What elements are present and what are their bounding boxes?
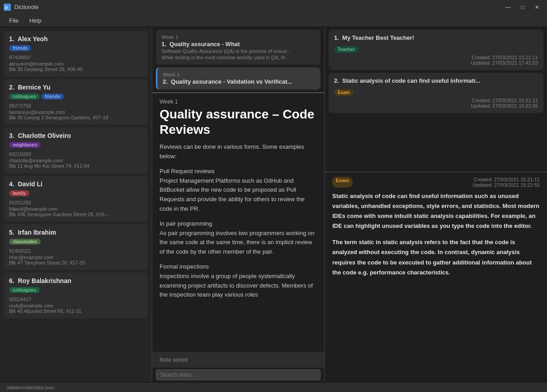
contact-card[interactable]: 6. Roy Balakrishnan colleagues 92624417 … — [4, 273, 148, 318]
right-detail-meta: Created: 27/03/2021 15:21:11 Updated: 27… — [472, 177, 540, 188]
svg-text:D: D — [5, 5, 8, 10]
contact-tag: classmates — [9, 239, 41, 245]
right-note-updated: Updated: 27/03/2021 15:22:55 — [334, 103, 538, 109]
contact-email: alexyeoh@example.com — [9, 61, 142, 66]
note-body-paragraph: In pair programmingAs pair programming i… — [160, 219, 317, 257]
middle-panel: Week 1 1. Quality assurance - What Softw… — [152, 27, 324, 382]
statusbar: .\data\contactslist.json — [0, 382, 547, 392]
contact-address: Blk 436 Serangoon Gardens Street 26, #16… — [9, 212, 142, 217]
menu-file[interactable]: File — [4, 15, 24, 26]
contact-card[interactable]: 3. Charlotte Oliveiro neighbours 9321028… — [4, 128, 148, 173]
note-body-paragraph: Reviews can be done in various forms. So… — [160, 142, 317, 161]
note-sorted-bar: Note sorted — [152, 352, 324, 368]
right-note-created: Created: 27/03/2021 15:21:11 — [334, 55, 538, 60]
active-note-week: Week 1 — [160, 99, 317, 105]
note-card-small[interactable]: Week 1 2. Quality assurance - Validation… — [156, 67, 321, 90]
contact-card[interactable]: 1. Alex Yeoh friends 87438807 alexyeoh@e… — [4, 31, 148, 76]
contact-address: Blk 47 Tampines Street 20, #17-35 — [9, 260, 142, 265]
main-content: 1. Alex Yeoh friends 87438807 alexyeoh@e… — [0, 27, 547, 382]
contact-tag: colleagues — [9, 287, 40, 293]
contact-tag: friends — [9, 45, 31, 51]
minimize-button[interactable]: — — [502, 3, 514, 12]
note-sorted-label: Note sorted — [160, 357, 188, 363]
note-body-paragraph: Pull Request reviewsProject Management P… — [160, 167, 317, 214]
contact-name: 4. David Li — [9, 180, 142, 188]
right-note-created: Created: 27/03/2021 15:21:11 — [334, 98, 538, 103]
contact-phone: 92492021 — [9, 248, 142, 254]
contact-email: berniceyu@example.com — [9, 109, 142, 115]
contact-phone: 99272758 — [9, 103, 142, 109]
note-card-small[interactable]: Week 1 1. Quality assurance - What Softw… — [156, 30, 321, 65]
right-note-title: 2. Static analysis of code can find usef… — [334, 77, 481, 84]
contact-address: Blk 11 Ang Mo Kio Street 74, #11-04 — [9, 163, 142, 169]
contact-email: royb@example.com — [9, 303, 142, 308]
search-input[interactable] — [156, 369, 321, 380]
contact-card[interactable]: 2. Bernice Yu colleaguesfriends 99272758… — [4, 79, 148, 125]
right-detail-paragraph: The term static in static analysis refer… — [332, 237, 540, 277]
right-detail-created: Created: 27/03/2021 15:21:11 — [472, 177, 540, 182]
right-detail-paragraph: Static analysis of code can find useful … — [332, 191, 540, 231]
right-note-meta: Created: 27/03/2021 15:21:11 Updated: 27… — [334, 98, 538, 109]
contact-phone: 87438807 — [9, 55, 142, 60]
right-note-meta: Created: 27/03/2021 15:21:11 Updated: 27… — [334, 55, 538, 66]
note-week: Week 1 — [163, 72, 315, 77]
note-title: 2. Quality assurance - Validation vs Ver… — [163, 78, 315, 85]
note-excerpt: Software Quality Assurance (QA) is the p… — [161, 48, 315, 54]
right-note-card[interactable]: 2. Static analysis of code can find usef… — [329, 73, 543, 113]
app-title: Dictionote — [14, 4, 502, 10]
right-note-title: 1. My Teacher Best Teacher! — [334, 34, 414, 41]
active-note-body: Reviews can be done in various forms. So… — [160, 142, 317, 300]
right-note-updated: Updated: 27/03/2021 17:42:53 — [334, 60, 538, 66]
right-note-tag: Teacher — [334, 46, 358, 53]
contact-address: Blk 30 Lorong 3 Serangoon Gardens, #07-1… — [9, 115, 142, 120]
right-notes-list: 1. My Teacher Best Teacher! Teacher Crea… — [325, 27, 547, 172]
contact-tag: neighbours — [9, 142, 41, 148]
contact-name: 2. Bernice Yu — [9, 84, 142, 91]
maximize-button[interactable]: □ — [516, 3, 529, 12]
contact-name: 6. Roy Balakrishnan — [9, 277, 142, 284]
note-week: Week 1 — [161, 34, 315, 40]
contact-email: lidavid@example.com — [9, 206, 142, 212]
window-controls: — □ ✕ — [502, 3, 543, 12]
contact-address: Blk 30 Geylang Street 29, #06-40 — [9, 66, 142, 72]
note-detail: Week 1 Quality assurance – Code Reviews … — [152, 92, 324, 352]
contact-name: 3. Charlotte Oliveiro — [9, 132, 142, 139]
menu-help[interactable]: Help — [24, 15, 47, 26]
contact-phone: 91031282 — [9, 200, 142, 205]
contact-phone: 93210283 — [9, 151, 142, 157]
close-button[interactable]: ✕ — [531, 3, 543, 12]
note-body-paragraph: Formal inspectionsInspections involve a … — [160, 262, 317, 300]
menubar: File Help — [0, 14, 547, 27]
statusbar-path: .\data\contactslist.json — [5, 385, 54, 390]
right-note-card[interactable]: 1. My Teacher Best Teacher! Teacher Crea… — [329, 30, 543, 70]
titlebar: D Dictionote — □ ✕ — [0, 0, 547, 14]
contact-name: 1. Alex Yeoh — [9, 35, 142, 43]
notes-list: Week 1 1. Quality assurance - What Softw… — [152, 27, 324, 92]
right-note-tag: Exam — [334, 89, 354, 96]
contact-email: irfan@example.com — [9, 255, 142, 260]
contact-phone: 92624417 — [9, 297, 142, 302]
note-excerpt2: While testing is the most common activit… — [161, 55, 315, 60]
active-note-title: Quality assurance – Code Reviews — [160, 107, 317, 137]
app-icon: D — [4, 4, 11, 11]
contact-card[interactable]: 5. Irfan Ibrahim classmates 92492021 irf… — [4, 224, 148, 270]
contact-email: charlotte@example.com — [9, 158, 142, 163]
contact-tag: family — [9, 190, 29, 196]
contact-card[interactable]: 4. David Li family 91031282 lidavid@exam… — [4, 176, 148, 222]
right-detail: Exam Created: 27/03/2021 15:21:11 Update… — [325, 172, 547, 382]
contact-tag: friends — [42, 94, 64, 99]
note-title: 1. Quality assurance - What — [161, 41, 315, 47]
contacts-panel: 1. Alex Yeoh friends 87438807 alexyeoh@e… — [0, 27, 151, 382]
search-bar-container — [152, 368, 324, 382]
contact-name: 5. Irfan Ibrahim — [9, 229, 142, 236]
right-detail-header: Exam Created: 27/03/2021 15:21:11 Update… — [332, 177, 540, 188]
right-detail-updated: Updated: 27/03/2021 15:22:55 — [472, 182, 540, 188]
right-detail-tag: Exam — [332, 177, 353, 188]
contact-tag: colleagues — [9, 94, 40, 99]
contact-address: Blk 45 Aljunied Street 85, #11-31 — [9, 308, 142, 314]
right-detail-body: Static analysis of code can find useful … — [332, 191, 540, 278]
right-panel: 1. My Teacher Best Teacher! Teacher Crea… — [325, 27, 547, 382]
